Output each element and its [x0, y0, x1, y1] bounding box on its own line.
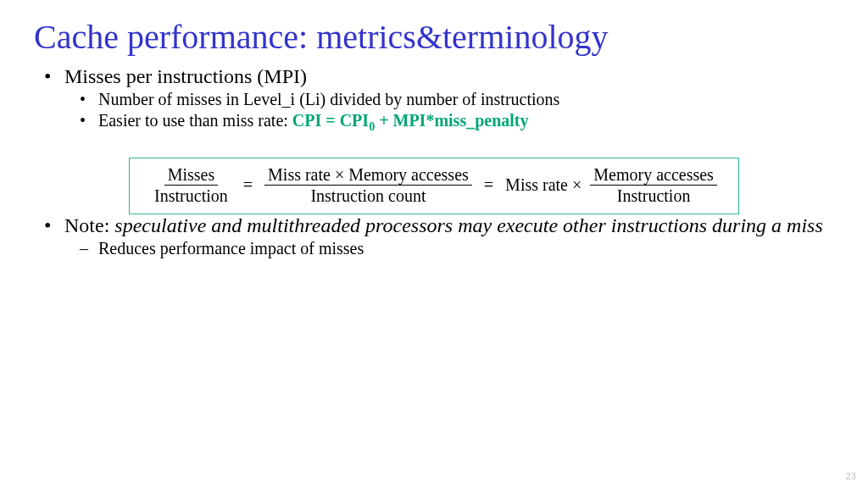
sub-list-2: Reduces performance impact of misses: [80, 239, 834, 258]
frac-memacc-instruction: Memory accesses Instruction: [590, 165, 717, 205]
frac3-den: Instruction: [614, 186, 694, 205]
miss-rate-times: Miss rate ×: [505, 175, 581, 195]
sub-reduces-impact-text: Reduces performance impact of misses: [98, 239, 364, 258]
frac2-num: Miss rate × Memory accesses: [264, 165, 472, 186]
equals-1: =: [240, 175, 256, 195]
note-italic: speculative and multithreaded processors…: [114, 214, 822, 236]
cpi-formula-b: + MPI*miss_penalty: [375, 111, 528, 130]
page-number: 23: [846, 471, 856, 481]
frac1-den: Instruction: [151, 186, 231, 205]
frac3-num: Memory accesses: [590, 165, 717, 186]
cpi-formula-a: CPI = CPI: [292, 111, 369, 130]
frac-missrate-memacc: Miss rate × Memory accesses Instruction …: [264, 165, 472, 205]
sub-reduces-impact: Reduces performance impact of misses: [80, 239, 834, 258]
bullet-mpi-text: Misses per instructions (MPI): [64, 65, 307, 87]
formula-box: Misses Instruction = Miss rate × Memory …: [129, 158, 739, 214]
slide-title: Cache performance: metrics&terminology: [34, 17, 834, 57]
frac-misses-instruction: Misses Instruction: [151, 165, 231, 205]
slide: Cache performance: metrics&terminology M…: [0, 0, 868, 488]
sub-cpi-formula: Easier to use than miss rate: CPI = CPI0…: [80, 111, 834, 134]
bullet-list: Misses per instructions (MPI) Number of …: [44, 65, 834, 134]
sub-list-1: Number of misses in Level_i (Li) divided…: [80, 90, 834, 134]
bullet-note: Note: speculative and multithreaded proc…: [44, 214, 834, 258]
sub-cpi-prefix: Easier to use than miss rate:: [98, 111, 292, 130]
sub-mpi-defn: Number of misses in Level_i (Li) divided…: [80, 90, 834, 109]
equals-2: =: [481, 175, 497, 195]
frac2-den: Instruction count: [307, 186, 429, 205]
bullet-mpi: Misses per instructions (MPI) Number of …: [44, 65, 834, 134]
frac1-num: Misses: [164, 165, 219, 186]
sub-mpi-defn-text: Number of misses in Level_i (Li) divided…: [98, 90, 559, 108]
cpi-formula: CPI = CPI0 + MPI*miss_penalty: [292, 111, 529, 130]
note-prefix: Note:: [64, 214, 114, 236]
bullet-list-2: Note: speculative and multithreaded proc…: [44, 214, 834, 258]
